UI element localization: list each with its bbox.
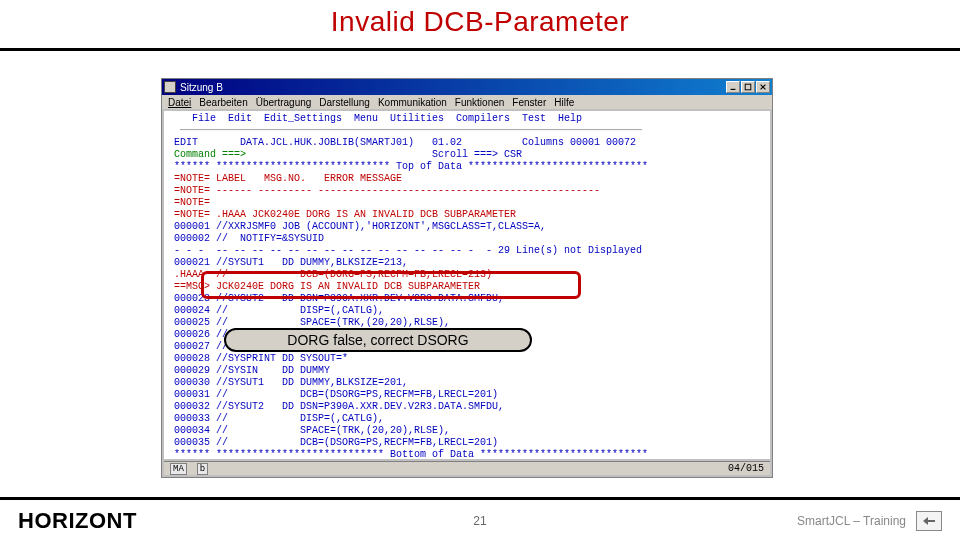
maximize-button[interactable] — [741, 81, 755, 93]
status-b: b — [197, 463, 208, 475]
jcl-line-000030[interactable]: 000030 //SYSUT1 DD DUMMY,BLKSIZE=201, — [168, 377, 766, 389]
window-titlebar: Sitzung B — [162, 79, 772, 95]
window-sysmenu-icon[interactable] — [164, 81, 176, 93]
jcl-line-000035[interactable]: 000035 // DCB=(DSORG=PS,RECFM=FB,LRECL=2… — [168, 437, 766, 449]
status-ma: MA — [170, 463, 187, 475]
footer-logo-text: HORIZONT — [18, 508, 137, 534]
jcl-line-000024[interactable]: 000024 // DISP=(,CATLG), — [168, 305, 766, 317]
jcl-label-haaa[interactable]: .HAAA // DCB=(DORG=PS,RECFM=FB,LRECL=213… — [168, 269, 766, 281]
lines-not-displayed: - - - -- -- -- -- -- -- -- -- -- -- -- -… — [168, 245, 766, 257]
close-button[interactable] — [756, 81, 770, 93]
svg-rect-5 — [928, 520, 935, 522]
jcl-line-000023[interactable]: 000023 //SYSUT2 DD DSN=P390A.XXR.DEV.V2R… — [168, 293, 766, 305]
win-menu-datei[interactable]: Datei — [168, 97, 191, 108]
window-title: Sitzung B — [180, 82, 223, 93]
status-cursor-pos: 04/015 — [728, 463, 764, 474]
ispf-menu-row: File Edit Edit_Settings Menu Utilities C… — [168, 113, 766, 125]
ispf-separator: ────────────────────────────────────────… — [168, 125, 766, 137]
jcl-line-000028[interactable]: 000028 //SYSPRINT DD SYSOUT=* — [168, 353, 766, 365]
footer-divider — [0, 497, 960, 500]
minimize-button[interactable] — [726, 81, 740, 93]
callout-annotation: DORG false, correct DSORG — [224, 328, 532, 352]
svg-marker-4 — [923, 517, 928, 525]
command-line[interactable]: Command ===> Scroll ===> CSR — [168, 149, 766, 161]
jcl-line-000033[interactable]: 000033 // DISP=(,CATLG), — [168, 413, 766, 425]
terminal-window: Sitzung B Datei Bearbeiten Übertragung D… — [161, 78, 773, 478]
win-menu-uebertragung[interactable]: Übertragung — [256, 97, 312, 108]
win-menu-kommunikation[interactable]: Kommunikation — [378, 97, 447, 108]
win-menu-hilfe[interactable]: Hilfe — [554, 97, 574, 108]
win-menu-darstellung[interactable]: Darstellung — [319, 97, 370, 108]
top-of-data: ****** ***************************** Top… — [168, 161, 766, 173]
window-statusbar: MA b 04/015 — [164, 461, 770, 475]
win-menu-bearbeiten[interactable]: Bearbeiten — [199, 97, 247, 108]
window-menubar: Datei Bearbeiten Übertragung Darstellung… — [162, 95, 772, 109]
msg-line: ==MSG> JCK0240E DORG IS AN INVALID DCB S… — [168, 281, 766, 293]
note-line-2: =NOTE= ------ --------- ----------------… — [168, 185, 766, 197]
jcl-line-000029[interactable]: 000029 //SYSIN DD DUMMY — [168, 365, 766, 377]
note-line-3: =NOTE= — [168, 197, 766, 209]
terminal-screen[interactable]: File Edit Edit_Settings Menu Utilities C… — [164, 111, 770, 459]
win-menu-funktionen[interactable]: Funktionen — [455, 97, 504, 108]
bottom-of-data: ****** **************************** Bott… — [168, 449, 766, 459]
jcl-line-000031[interactable]: 000031 // DCB=(DSORG=PS,RECFM=FB,LRECL=2… — [168, 389, 766, 401]
jcl-line-000032[interactable]: 000032 //SYSUT2 DD DSN=P390A.XXR.DEV.V2R… — [168, 401, 766, 413]
svg-rect-1 — [745, 84, 751, 90]
prev-slide-button[interactable] — [916, 511, 942, 531]
jcl-line-000021[interactable]: 000021 //SYSUT1 DD DUMMY,BLKSIZE=213, — [168, 257, 766, 269]
jcl-line-000001[interactable]: 000001 //XXRJSMF0 JOB (ACCOUNT),'HORIZON… — [168, 221, 766, 233]
title-divider — [0, 48, 960, 51]
footer-right-text: SmartJCL – Training — [797, 514, 906, 528]
win-menu-fenster[interactable]: Fenster — [512, 97, 546, 108]
jcl-line-000002[interactable]: 000002 // NOTIFY=&SYSUID — [168, 233, 766, 245]
slide-footer: HORIZONT 21 SmartJCL – Training — [0, 502, 960, 540]
note-line-error: =NOTE= .HAAA JCK0240E DORG IS AN INVALID… — [168, 209, 766, 221]
page-number: 21 — [473, 514, 486, 528]
edit-header: EDIT DATA.JCL.HUK.JOBLIB(SMARTJ01) 01.02… — [168, 137, 766, 149]
note-line-1: =NOTE= LABEL MSG.NO. ERROR MESSAGE — [168, 173, 766, 185]
jcl-line-000034[interactable]: 000034 // SPACE=(TRK,(20,20),RLSE), — [168, 425, 766, 437]
slide-title: Invalid DCB-Parameter — [0, 0, 960, 38]
